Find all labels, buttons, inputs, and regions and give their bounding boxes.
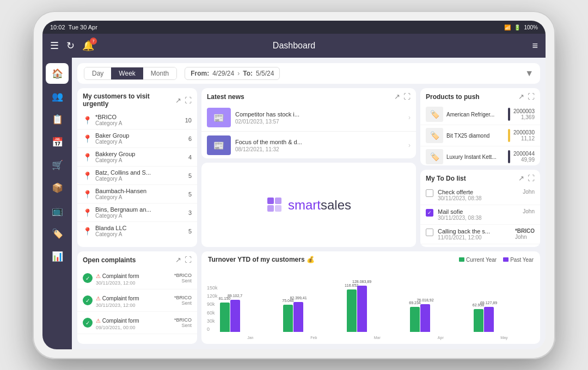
external-link-icon[interactable]: ↗ xyxy=(175,96,181,104)
todo-checkbox[interactable]: ✓ xyxy=(426,209,433,217)
todo-expand-icon[interactable]: ⛶ xyxy=(528,174,535,182)
customer-item[interactable]: 📍 Blanda LLC Category A 5 xyxy=(77,222,197,240)
todo-content: Check offerte 30/11/2023, 08:38 xyxy=(438,189,518,201)
customer-item[interactable]: 📍 Baumbach-Hansen Category A 5 xyxy=(77,185,197,203)
todo-item-date: 30/11/2023, 08:38 xyxy=(438,195,518,201)
bar-label: May xyxy=(500,336,507,340)
product-info: Bit TX25 diamond xyxy=(446,133,505,139)
customer-name: Batz, Collins and S... xyxy=(95,169,185,176)
customer-count: 5 xyxy=(188,228,192,235)
bar-past: 82.399,41 xyxy=(293,302,303,332)
news-item-title: Focus of the month & d... xyxy=(235,139,404,145)
customer-name: Blanda LLC xyxy=(95,225,185,231)
customer-count: 5 xyxy=(188,172,192,179)
todo-item[interactable]: Check offerte 30/11/2023, 08:38 John xyxy=(420,186,540,205)
chart-bars-container: 81.15089.102,7Jan75.04682.399,41Feb116.6… xyxy=(220,266,535,340)
complaint-company: *BRICO xyxy=(174,295,192,300)
complaint-item[interactable]: ✓ ⚠ Complaint form 09/10/2021, 00:00 *BR… xyxy=(77,312,197,334)
todo-actions[interactable]: ↗ ⛶ xyxy=(518,174,535,182)
news-item-date: 02/01/2023, 13:57 xyxy=(235,119,404,125)
products-actions[interactable]: ↗ ⛶ xyxy=(518,92,535,101)
sidebar-item-calendar[interactable]: 📅 xyxy=(46,132,69,152)
product-item[interactable]: 🏷️ American Refriger... 2000003 1,369 xyxy=(420,104,540,125)
customer-item[interactable]: 📍 Baker Group Category A 6 xyxy=(77,130,197,148)
todo-checkbox[interactable] xyxy=(426,189,433,197)
bar-label: Mar xyxy=(374,336,381,340)
complaints-external-icon[interactable]: ↗ xyxy=(175,256,181,264)
product-nums: 2000044 49,99 xyxy=(513,151,535,163)
news-item[interactable]: 📰 Competitor has stock i... 02/01/2023, … xyxy=(201,104,416,132)
y-label: 150k xyxy=(207,285,218,291)
date-range[interactable]: From: 4/29/24 › To: 5/5/24 xyxy=(185,67,280,80)
sidebar-item-orders[interactable]: 🛒 xyxy=(46,155,69,175)
product-thumbnail: 🏷️ xyxy=(426,107,443,122)
sidebar-item-customers[interactable]: 👥 xyxy=(46,86,69,107)
chart-y-labels: 150k120k90k60k30k0 xyxy=(207,285,218,340)
customer-name: Bakkery Group xyxy=(95,151,185,157)
expand-icon[interactable]: ⛶ xyxy=(185,96,192,104)
customer-category: Category A xyxy=(95,194,185,200)
product-info: Luxury Instant Kett... xyxy=(446,154,505,160)
pin-icon: 📍 xyxy=(83,190,92,199)
complaints-expand-icon[interactable]: ⛶ xyxy=(185,256,192,264)
products-header: Products to push ↗ ⛶ xyxy=(420,88,540,104)
product-item[interactable]: 🏷️ Luxury Instant Kett... 2000044 49,99 xyxy=(420,146,540,165)
bar-current: 81.150 xyxy=(220,303,230,332)
sidebar-item-media[interactable]: 📺 xyxy=(46,200,69,221)
product-thumbnail: 🏷️ xyxy=(426,128,443,143)
news-arrow: › xyxy=(408,141,411,149)
product-nums: 2000003 1,369 xyxy=(513,108,535,120)
complaint-item[interactable]: ✓ ⚠ Complaint form 30/11/2023, 12:00 *BR… xyxy=(77,289,197,312)
news-item[interactable]: 📰 Focus of the month & d... 08/12/2021, … xyxy=(201,132,416,158)
sidebar-item-analytics[interactable]: 📊 xyxy=(46,246,69,267)
customer-item[interactable]: 📍 Batz, Collins and S... Category A 5 xyxy=(77,166,197,185)
todo-assignee: John xyxy=(523,189,535,195)
tab-day[interactable]: Day xyxy=(84,67,111,79)
complaint-company: *BRICO xyxy=(174,273,192,278)
notification-icon[interactable]: 🔔 7 xyxy=(82,40,94,52)
menu-icon[interactable]: ☰ xyxy=(50,40,59,52)
product-item[interactable]: 🏷️ Bit TX25 diamond 2000030 11,12 xyxy=(420,125,540,146)
news-expand-icon[interactable]: ⛶ xyxy=(403,92,411,101)
customer-category: Category A xyxy=(95,157,185,163)
main-layout: 🏠👥📋📅🛒📦📺🏷️📊 Day Week Month From: 4/29/24 … xyxy=(42,58,546,349)
customer-item[interactable]: 📍 Bins, Bergnaum an... Category A 3 xyxy=(77,203,197,222)
products-expand-icon[interactable]: ⛶ xyxy=(528,92,535,101)
customer-category: Category A xyxy=(95,213,185,219)
tab-week[interactable]: Week xyxy=(111,67,143,79)
complaint-check: ✓ xyxy=(83,318,93,328)
todo-content: Mail sofie 30/11/2023, 08:38 xyxy=(438,208,518,221)
filter-icon[interactable]: ▼ xyxy=(525,69,534,78)
bar-label: Feb xyxy=(310,336,317,340)
customer-item[interactable]: 📍 Bakkery Group Category A 4 xyxy=(77,148,197,166)
product-thumbnail: 🏷️ xyxy=(426,149,443,164)
products-external-icon[interactable]: ↗ xyxy=(518,92,524,101)
bar-past: 128.083,89 xyxy=(357,286,367,332)
complaint-date: 09/10/2021, 00:00 xyxy=(96,325,171,330)
pin-icon: 📍 xyxy=(83,171,92,180)
sidebar-item-reports[interactable]: 📋 xyxy=(46,109,69,130)
complaints-actions[interactable]: ↗ ⛶ xyxy=(175,256,192,264)
news-actions[interactable]: ↗ ⛶ xyxy=(394,92,411,101)
product-name: Luxury Instant Kett... xyxy=(446,154,505,160)
news-external-icon[interactable]: ↗ xyxy=(394,92,400,101)
todo-item[interactable]: Calling back the s... 11/01/2021, 12:00 … xyxy=(420,225,540,244)
tab-month[interactable]: Month xyxy=(143,67,176,79)
todo-external-icon[interactable]: ↗ xyxy=(518,174,524,182)
todo-item[interactable]: ✓ Mail sofie 30/11/2023, 08:38 John xyxy=(420,205,540,225)
customer-name: Baumbach-Hansen xyxy=(95,188,185,194)
list-icon[interactable]: ≡ xyxy=(532,40,538,51)
todo-item-date: 30/11/2023, 08:38 xyxy=(438,215,518,221)
refresh-icon[interactable]: ↻ xyxy=(66,40,75,52)
customers-actions[interactable]: ↗ ⛶ xyxy=(175,96,192,104)
complaint-item[interactable]: ✓ ⚠ Complaint form 30/11/2023, 12:00 *BR… xyxy=(77,267,197,289)
customer-info: Batz, Collins and S... Category A xyxy=(95,169,185,182)
customer-item[interactable]: 📍 *BRICO Category A 10 xyxy=(77,111,197,130)
todo-checkbox[interactable] xyxy=(426,229,433,236)
complaint-title: Complaint form xyxy=(102,318,139,324)
bar-current: 62.958 xyxy=(474,309,483,332)
sidebar-item-products[interactable]: 📦 xyxy=(46,177,69,198)
news-arrow: › xyxy=(408,114,411,121)
sidebar-item-home[interactable]: 🏠 xyxy=(46,63,69,84)
sidebar-item-tags[interactable]: 🏷️ xyxy=(46,223,69,244)
